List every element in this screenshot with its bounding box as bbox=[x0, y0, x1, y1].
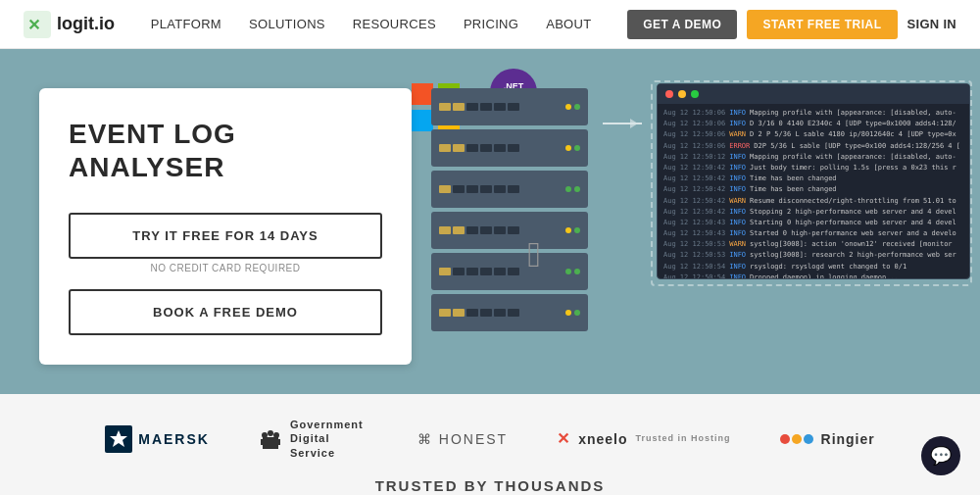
slot bbox=[466, 309, 478, 317]
log-message: Just body timer: polling 1.5s [press a 0… bbox=[750, 163, 956, 173]
log-message: Started 0 high-performance web server an… bbox=[750, 228, 956, 239]
log-line: Aug 12 12:50:42INFOStopping 2 high-perfo… bbox=[663, 207, 963, 218]
log-level: INFO bbox=[729, 173, 746, 184]
maersk-logo: MAERSK bbox=[105, 425, 210, 453]
header: ✕ logit.io PLATFORM SOLUTIONS RESOURCES … bbox=[0, 0, 980, 49]
log-timestamp: Aug 12 12:50:43 bbox=[663, 218, 725, 228]
nav-platform[interactable]: PLATFORM bbox=[151, 17, 221, 31]
log-timestamp: Aug 12 12:50:54 bbox=[663, 272, 725, 279]
log-timestamp: Aug 12 12:50:42 bbox=[663, 184, 725, 195]
svg-point-6 bbox=[268, 430, 273, 436]
log-message: rsyslogd: rsyslogd went changed to 0/1 bbox=[750, 262, 906, 272]
xneelo-x-icon: ✕ bbox=[557, 429, 570, 448]
status-light bbox=[574, 145, 580, 151]
slot bbox=[494, 103, 506, 111]
slot bbox=[494, 226, 506, 234]
slot bbox=[508, 144, 519, 152]
slot bbox=[508, 309, 519, 317]
signin-button[interactable]: SIGN IN bbox=[907, 17, 957, 31]
slot bbox=[466, 144, 478, 152]
log-level: WARN bbox=[729, 239, 746, 250]
server-slots-3 bbox=[439, 185, 519, 193]
arrow-right-icon bbox=[603, 123, 642, 124]
start-trial-button[interactable]: START FREE TRIAL bbox=[747, 10, 897, 39]
maersk-star-icon bbox=[109, 429, 128, 449]
ringier-dot-blue bbox=[804, 434, 813, 444]
hero-card: EVENT LOG ANALYSER TRY IT FREE FOR 14 DA… bbox=[39, 88, 412, 365]
status-light bbox=[565, 104, 571, 110]
status-light bbox=[574, 104, 580, 110]
slot bbox=[453, 185, 465, 193]
nav-pricing[interactable]: PRICING bbox=[464, 17, 518, 31]
slot bbox=[466, 185, 478, 193]
server-lights-3 bbox=[565, 186, 580, 192]
nav-resources[interactable]: RESOURCES bbox=[353, 17, 436, 31]
xneelo-sub: Trusted in Hosting bbox=[636, 434, 731, 443]
status-light bbox=[574, 186, 580, 192]
log-line: Aug 12 12:50:42WARNResume disconnected/r… bbox=[663, 196, 963, 207]
status-light bbox=[574, 269, 580, 274]
server-unit-3 bbox=[431, 171, 588, 208]
log-body: Aug 12 12:50:06INFOMapping profile with … bbox=[658, 104, 969, 279]
try-free-button[interactable]: TRY IT FREE FOR 14 DAYS bbox=[69, 213, 382, 259]
log-timestamp: Aug 12 12:50:53 bbox=[663, 239, 725, 250]
slot bbox=[453, 226, 465, 234]
log-message: Mapping profile with [appearance: [disab… bbox=[750, 108, 956, 119]
log-level: INFO bbox=[729, 262, 746, 272]
log-line: Aug 12 12:50:53INFOsystlog[3008]: resear… bbox=[663, 250, 963, 261]
slot bbox=[494, 309, 506, 317]
log-message: systlog[3008]: research 2 high-performan… bbox=[750, 250, 956, 261]
win-red-square bbox=[412, 83, 433, 105]
log-timestamp: Aug 12 12:50:54 bbox=[663, 262, 725, 272]
server-slots-1 bbox=[439, 103, 519, 111]
gov-label: GovernmentDigital Service bbox=[290, 418, 368, 460]
log-timestamp: Aug 12 12:50:12 bbox=[663, 152, 725, 163]
log-timestamp: Aug 12 12:50:53 bbox=[663, 250, 725, 261]
trial-sub-text: NO CREDIT CARD REQUIRED bbox=[69, 263, 382, 273]
xneelo-logo: ✕ xneelo Trusted in Hosting bbox=[557, 429, 730, 448]
chat-widget[interactable]: 💬 bbox=[921, 436, 960, 475]
win-blue-square bbox=[412, 110, 433, 131]
log-message: systlog[3008]: action 'onown12' received… bbox=[750, 239, 953, 250]
logo[interactable]: ✕ logit.io bbox=[24, 11, 115, 38]
minimize-dot bbox=[678, 90, 686, 98]
log-line: Aug 12 12:50:54INFOrsyslogd: rsyslogd we… bbox=[663, 262, 963, 272]
slot bbox=[439, 309, 451, 317]
log-level: INFO bbox=[729, 152, 746, 163]
slot bbox=[480, 185, 492, 193]
server-lights-6 bbox=[565, 310, 580, 316]
log-line: Aug 12 12:50:43INFOStarting 0 high-perfo… bbox=[663, 218, 963, 228]
gov-logo: GovernmentDigital Service bbox=[259, 418, 368, 460]
nav-about[interactable]: ABOUT bbox=[546, 17, 591, 31]
log-timestamp: Aug 12 12:50:06 bbox=[663, 108, 725, 119]
log-line: Aug 12 12:50:42INFOTime has been changed bbox=[663, 173, 963, 184]
slot bbox=[453, 103, 465, 111]
log-level: WARN bbox=[729, 196, 746, 207]
slot bbox=[453, 309, 465, 317]
log-message: Stopping 2 high-performance web server a… bbox=[750, 207, 956, 218]
crown-icon bbox=[259, 425, 282, 453]
log-level: INFO bbox=[729, 163, 746, 173]
log-level: WARN bbox=[729, 129, 746, 140]
ringier-label: Ringier bbox=[821, 431, 875, 447]
book-demo-button[interactable]: BOOK A FREE DEMO bbox=[69, 289, 382, 335]
logos-row: MAERSK GovernmentDigital Service ⌘ HONES… bbox=[105, 418, 875, 460]
server-lights-1 bbox=[565, 104, 580, 110]
close-dot bbox=[665, 90, 673, 98]
slot bbox=[508, 185, 519, 193]
log-message: D 2 P 5/36 L sable 4180 ip/8012640c 4 [U… bbox=[750, 129, 956, 140]
ringier-dot-red bbox=[780, 434, 790, 444]
log-level: INFO bbox=[729, 184, 746, 195]
maximize-dot bbox=[691, 90, 699, 98]
get-demo-button[interactable]: GET A DEMO bbox=[627, 10, 737, 39]
nav-solutions[interactable]: SOLUTIONS bbox=[249, 17, 325, 31]
maersk-label: MAERSK bbox=[138, 431, 210, 447]
log-level: INFO bbox=[729, 250, 746, 261]
log-timestamp: Aug 12 12:50:43 bbox=[663, 228, 725, 239]
hero-section: EVENT LOG ANALYSER TRY IT FREE FOR 14 DA… bbox=[0, 49, 980, 394]
slot bbox=[439, 144, 451, 152]
slot bbox=[480, 144, 492, 152]
log-line: Aug 12 12:50:53WARNsystlog[3008]: action… bbox=[663, 239, 963, 250]
status-light bbox=[574, 310, 580, 316]
log-message: D2P 5/36 L sable [UDP type=0x100 adds4:1… bbox=[754, 141, 960, 152]
